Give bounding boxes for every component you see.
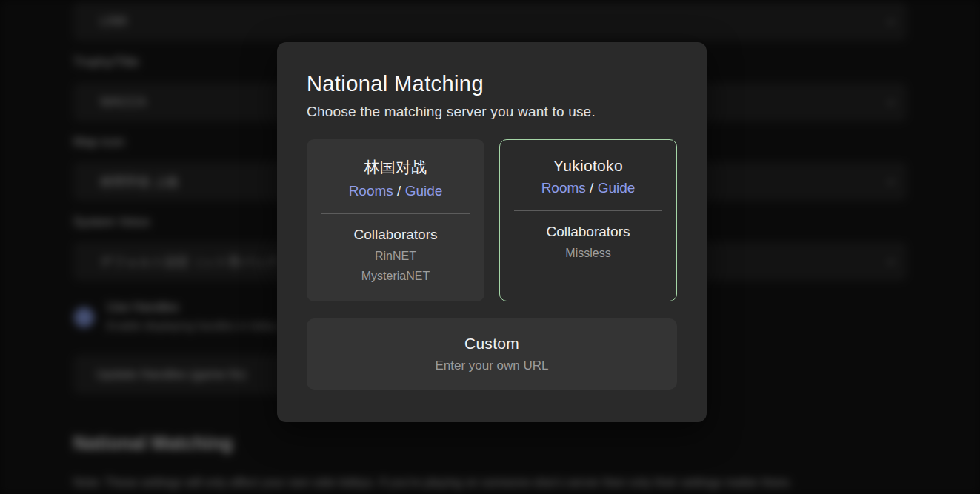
collaborators-list: Missless <box>500 243 676 263</box>
server-title: Yukiotoko <box>500 157 676 175</box>
collaborators-list: RinNET MysteriaNET <box>307 246 484 286</box>
divider <box>321 213 470 214</box>
page: LINK ▾ Trophy/Title WACCA ▾ Map icon 林間学… <box>0 0 980 494</box>
national-matching-dialog: National Matching Choose the matching se… <box>277 42 707 422</box>
divider <box>514 210 662 211</box>
link-separator: / <box>586 180 598 196</box>
dialog-subtitle: Choose the matching server you want to u… <box>307 104 677 120</box>
server-title: 林国对战 <box>307 157 484 178</box>
guide-link[interactable]: Guide <box>405 183 443 198</box>
collaborator-name: Missless <box>500 243 676 263</box>
guide-link[interactable]: Guide <box>598 180 636 196</box>
server-links: Rooms / Guide <box>500 180 676 196</box>
server-links: Rooms / Guide <box>307 183 484 199</box>
server-card-yukiotoko[interactable]: Yukiotoko Rooms / Guide Collaborators Mi… <box>499 139 677 301</box>
server-card-linguo[interactable]: 林国对战 Rooms / Guide Collaborators RinNET … <box>307 139 484 301</box>
custom-subtitle: Enter your own URL <box>435 358 548 373</box>
server-options-row: 林国对战 Rooms / Guide Collaborators RinNET … <box>307 139 677 301</box>
dialog-title: National Matching <box>307 72 677 96</box>
collaborators-heading: Collaborators <box>307 227 484 243</box>
rooms-link[interactable]: Rooms <box>349 183 393 198</box>
collaborator-name: RinNET <box>307 246 484 266</box>
collaborators-heading: Collaborators <box>500 224 676 240</box>
link-separator: / <box>393 183 405 198</box>
custom-server-card[interactable]: Custom Enter your own URL <box>307 318 677 390</box>
rooms-link[interactable]: Rooms <box>541 180 586 196</box>
collaborator-name: MysteriaNET <box>307 266 484 286</box>
custom-title: Custom <box>464 335 519 353</box>
